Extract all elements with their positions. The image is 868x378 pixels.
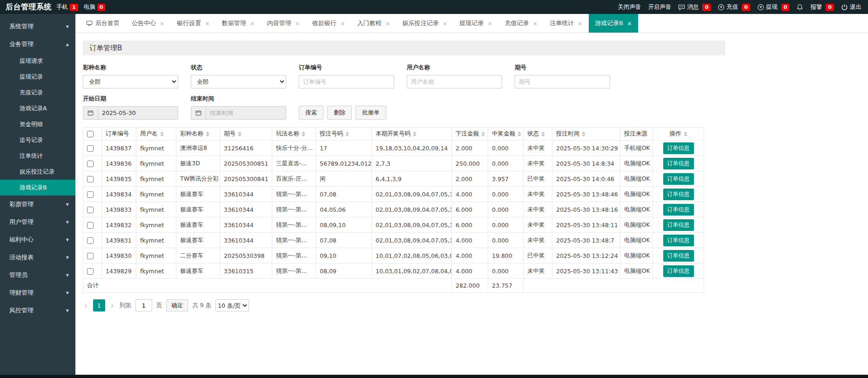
column-bet-numbers[interactable]: 投注号码 (316, 128, 372, 141)
sidebar-group-lottery-management[interactable]: 彩票管理▼ (0, 196, 75, 213)
order-info-button[interactable]: 订单信息 (663, 235, 694, 246)
sort-icon[interactable] (582, 132, 585, 136)
sort-icon[interactable] (481, 132, 485, 136)
order-info-button[interactable]: 订单信息 (663, 265, 694, 277)
page-number-button[interactable]: 1 (93, 299, 105, 311)
issue-no-input[interactable] (515, 75, 610, 88)
row-checkbox[interactable] (87, 253, 94, 259)
tab-entertainment-bet-records[interactable]: 娱乐投注记录× (396, 14, 453, 33)
tab-close-icon[interactable]: × (205, 20, 210, 27)
order-info-button[interactable]: 订单信息 (663, 173, 694, 185)
column-win-amount[interactable]: 中奖金额 (488, 128, 524, 141)
order-info-button[interactable]: 订单信息 (663, 189, 694, 200)
order-no-input[interactable] (299, 75, 394, 88)
row-checkbox[interactable] (87, 161, 94, 167)
row-checkbox[interactable] (87, 145, 94, 152)
tab-close-icon[interactable]: × (627, 20, 632, 27)
tab-withdraw-records[interactable]: 提现记录× (453, 14, 498, 33)
sort-icon[interactable] (518, 132, 521, 136)
sort-icon[interactable] (684, 132, 687, 136)
row-checkbox[interactable] (87, 207, 94, 213)
select-all-checkbox[interactable] (87, 131, 94, 137)
sidebar-group-risk-management[interactable]: 风控管理▼ (0, 302, 75, 319)
per-page-select[interactable]: 10 条/页 (215, 299, 249, 311)
column-username[interactable]: 用户名 (136, 128, 176, 141)
row-checkbox[interactable] (87, 237, 94, 244)
prev-page-button[interactable]: ‹ (83, 302, 89, 310)
sidebar-group-activity-reports[interactable]: 活动报表▼ (0, 249, 75, 266)
sidebar-item-game-records-a[interactable]: 游戏记录A (0, 101, 75, 116)
sort-icon[interactable] (206, 132, 209, 136)
recharge-button[interactable]: ¥ 充值 0 (718, 3, 750, 11)
messages-button[interactable]: 消息 0 (678, 3, 711, 11)
tab-close-icon[interactable]: × (385, 20, 390, 27)
column-draw-numbers[interactable]: 本期开奖号码 (372, 128, 452, 141)
sidebar-group-finance-management[interactable]: 理财管理▼ (0, 284, 75, 302)
tab-bank-settings[interactable]: 银行设置× (171, 14, 216, 33)
goto-confirm-button[interactable]: 确定 (166, 299, 188, 311)
order-info-button[interactable]: 订单信息 (663, 250, 694, 262)
tab-receiving-bank[interactable]: 收款银行× (306, 14, 351, 33)
sort-icon[interactable] (160, 132, 164, 136)
sort-icon[interactable] (238, 132, 242, 136)
lottery-name-select[interactable]: 全部 (83, 75, 178, 88)
sort-icon[interactable] (345, 132, 349, 136)
order-info-button[interactable]: 订单信息 (663, 204, 694, 216)
row-checkbox[interactable] (87, 222, 94, 229)
sidebar-item-withdraw-records[interactable]: 提现记录 (0, 69, 75, 85)
column-bet-amount[interactable]: 下注金额 (452, 128, 488, 141)
alarm-button[interactable]: 报警 0 (810, 3, 834, 11)
pc-online-status[interactable]: 电脑 0 (84, 3, 106, 11)
column-actions[interactable]: 操作 (653, 128, 704, 141)
sidebar-item-recharge-records[interactable]: 充值记录 (0, 85, 75, 101)
column-status[interactable]: 状态 (524, 128, 552, 141)
column-issue-no[interactable]: 期号 (220, 128, 272, 141)
phone-online-status[interactable]: 手机 1 (56, 3, 78, 11)
sidebar-group-business-management[interactable]: 业务管理▲ (0, 35, 75, 53)
order-info-button[interactable]: 订单信息 (663, 158, 694, 169)
status-select[interactable]: 全部 (191, 75, 286, 88)
next-page-button[interactable]: › (109, 302, 115, 310)
tab-close-icon[interactable]: × (532, 20, 538, 27)
tab-beginner-tutorial[interactable]: 入门教程× (351, 14, 397, 33)
sort-icon[interactable] (302, 132, 305, 136)
column-play-name[interactable]: 玩法名称 (272, 128, 316, 141)
tab-data-management[interactable]: 数据管理× (216, 14, 261, 33)
tab-bet-statistics[interactable]: 注单统计× (544, 14, 589, 33)
search-button[interactable]: 搜索 (299, 106, 323, 120)
sort-icon[interactable] (413, 132, 417, 136)
sidebar-item-withdraw-requests[interactable]: 提现请求 (0, 53, 75, 69)
tab-close-icon[interactable]: × (442, 20, 447, 27)
tab-close-icon[interactable]: × (250, 20, 255, 27)
tab-recharge-records[interactable]: 充值记录× (498, 14, 544, 33)
tab-game-records-b[interactable]: 游戏记录B× (589, 14, 638, 33)
tab-close-icon[interactable]: × (578, 20, 583, 27)
tab-close-icon[interactable]: × (487, 20, 492, 27)
sidebar-group-administrators[interactable]: 管理员▼ (0, 266, 75, 284)
end-time-input[interactable] (206, 107, 286, 119)
tab-announcement-center[interactable]: 公告中心× (126, 14, 171, 33)
start-date-input[interactable] (98, 107, 178, 119)
batch-cancel-button[interactable]: 批撤单 (356, 106, 386, 120)
tab-content-management[interactable]: 内容管理× (261, 14, 306, 33)
sidebar-group-welfare-center[interactable]: 福利中心▼ (0, 231, 75, 249)
column-bet-time[interactable]: 投注时间 (552, 128, 620, 141)
sidebar-item-bet-statistics[interactable]: 注单统计 (0, 148, 75, 164)
sidebar-item-game-records-b[interactable]: 游戏记录B (0, 180, 75, 196)
sidebar-item-chase-number-records[interactable]: 追号记录 (0, 132, 75, 148)
withdraw-button[interactable]: ¥ 提现 0 (757, 3, 790, 11)
goto-page-input[interactable] (135, 299, 152, 311)
sidebar-group-user-management[interactable]: 用户管理▼ (0, 213, 75, 231)
close-sound-button[interactable]: 关闭声音 (618, 3, 641, 11)
order-info-button[interactable]: 订单信息 (663, 142, 694, 154)
row-checkbox[interactable] (87, 268, 94, 275)
tab-close-icon[interactable]: × (295, 20, 300, 27)
row-checkbox[interactable] (87, 176, 94, 182)
order-info-button[interactable]: 订单信息 (663, 219, 694, 231)
user-name-input[interactable] (407, 75, 502, 88)
row-checkbox[interactable] (87, 191, 94, 198)
tab-home[interactable]: 后台首页 (80, 14, 126, 33)
sidebar-group-system-management[interactable]: 系统管理▼ (0, 18, 75, 35)
logout-button[interactable]: 退出 (841, 3, 861, 11)
tab-close-icon[interactable]: × (160, 20, 165, 27)
